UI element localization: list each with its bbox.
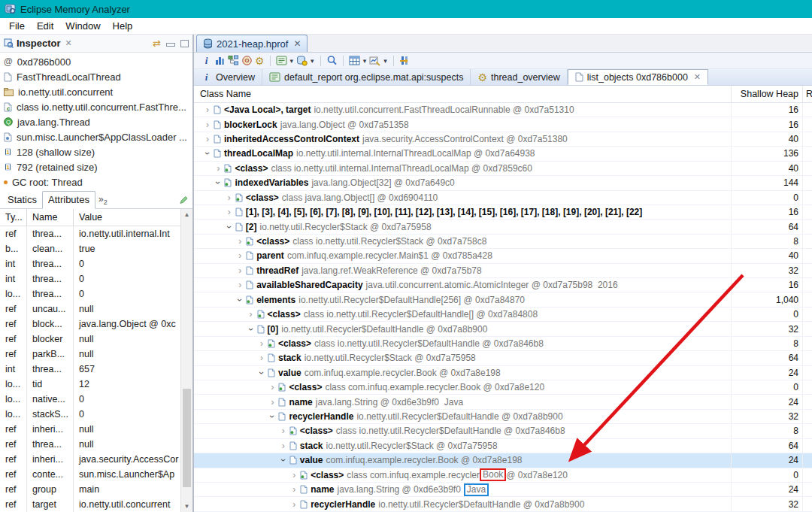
tree-row[interactable]: ›threadLocalMapio.netty.util.internal.In… — [194, 147, 812, 161]
expand-chevron-icon[interactable]: › — [256, 353, 267, 362]
collapse-chevron-icon[interactable]: › — [235, 295, 244, 305]
expand-chevron-icon[interactable]: › — [235, 251, 245, 260]
inspector-item[interactable]: 1792 (retained size) — [0, 159, 192, 174]
tree-row[interactable]: ›stackio.netty.util.Recycler$Stack @ 0xd… — [194, 351, 812, 365]
attribute-row[interactable]: refconte...sun.misc.Launcher$Ap — [0, 467, 180, 482]
expand-chevron-icon[interactable]: › — [224, 208, 235, 217]
tree-row[interactable]: ›<class>class io.netty.util.Recycler$Def… — [194, 337, 812, 351]
tree-row[interactable]: ›indexedVariablesjava.lang.Object[32] @ … — [194, 176, 812, 190]
histogram-icon[interactable] — [214, 55, 226, 66]
close-icon[interactable]: ✕ — [694, 72, 701, 82]
inspector-item[interactable]: FastThreadLocalThread — [0, 69, 192, 84]
tree-row[interactable]: ›threadRefjava.lang.ref.WeakReference @ … — [194, 264, 812, 278]
column-retained-heap[interactable]: R — [802, 86, 812, 102]
expand-chevron-icon[interactable]: › — [224, 193, 235, 202]
menu-help[interactable]: Help — [107, 20, 139, 32]
expand-chevron-icon[interactable]: › — [289, 471, 299, 480]
attribute-row[interactable]: refgroupmain — [0, 482, 180, 497]
group-icon[interactable] — [296, 55, 308, 66]
attribute-row[interactable]: lo...native...0 — [0, 392, 180, 407]
tree-row[interactable]: ›valuecom.infuq.example.recycler.Book @ … — [194, 453, 812, 468]
inspector-item[interactable]: sun.misc.Launcher$AppClassLoader ... — [0, 129, 192, 144]
expand-chevron-icon[interactable]: › — [213, 164, 223, 173]
tab-list_objects[interactable]: list_objects 0xd786b000✕ — [568, 69, 708, 85]
tab-overview[interactable]: iOverview — [194, 69, 262, 85]
column-type[interactable]: Ty... — [0, 209, 27, 226]
tab-default_report[interactable]: default_report org.eclipse.mat.api:suspe… — [262, 69, 471, 85]
collapse-chevron-icon[interactable]: › — [268, 411, 277, 422]
inspector-item[interactable]: @0xd786b000 — [0, 54, 192, 69]
export-icon[interactable] — [369, 55, 380, 66]
tree-row[interactable]: ›inheritedAccessControlContextjava.secur… — [194, 132, 812, 147]
dropdown-arrow-icon[interactable]: ▾ — [383, 57, 387, 65]
maximize-icon[interactable] — [180, 40, 189, 47]
attribute-row[interactable]: refinheri...null — [0, 422, 180, 437]
tree-row[interactable]: ›<class>class com.infuq.example.recycler… — [194, 380, 812, 395]
expand-chevron-icon[interactable]: › — [202, 105, 213, 114]
inspector-item[interactable]: GC root: Thread — [0, 174, 192, 189]
tree-row[interactable]: ›<class>class io.netty.util.internal.Int… — [194, 162, 812, 176]
dropdown-arrow-icon[interactable]: ▾ — [363, 57, 367, 65]
attribute-row[interactable]: intthrea...0 — [0, 256, 180, 271]
expand-chevron-icon[interactable]: › — [289, 500, 299, 509]
dominator-icon[interactable] — [228, 55, 239, 66]
attribute-row[interactable]: reftargetio.netty.util.concurrent — [0, 497, 180, 512]
attribute-row[interactable]: refinheri...java.security.AccessCor — [0, 452, 180, 467]
expand-chevron-icon[interactable]: › — [278, 441, 289, 450]
column-name[interactable]: Name — [27, 209, 74, 226]
tree-row[interactable]: ›availableSharedCapacityjava.util.concur… — [194, 278, 812, 292]
collapse-chevron-icon[interactable]: › — [214, 177, 223, 188]
attributes-scrollbar[interactable]: ▲ ▼ — [180, 209, 192, 512]
expand-chevron-icon[interactable]: › — [278, 426, 289, 435]
tab-attributes[interactable]: Attributes — [42, 191, 95, 209]
expand-chevron-icon[interactable]: › — [289, 485, 299, 494]
tree-row[interactable]: ›elementsio.netty.util.Recycler$DefaultH… — [194, 292, 812, 307]
tab-statics[interactable]: Statics — [2, 192, 42, 208]
column-class-name[interactable]: Class Name — [194, 86, 731, 102]
inspector-item[interactable]: 1128 (shallow size) — [0, 144, 192, 159]
expand-chevron-icon[interactable]: › — [235, 237, 245, 246]
list-icon[interactable] — [276, 55, 287, 66]
expand-chevron-icon[interactable]: › — [235, 266, 245, 275]
attribute-row[interactable]: refblock...java.lang.Object @ 0xc — [0, 317, 180, 332]
menu-file[interactable]: File — [3, 20, 31, 32]
gear-icon[interactable]: ⚙ — [255, 56, 265, 66]
collapse-chevron-icon[interactable]: › — [257, 368, 266, 378]
tree-row[interactable]: ›namejava.lang.String @ 0xd6e3b9f0 Java2… — [194, 395, 812, 409]
tree-row[interactable]: ›<class>class io.netty.util.Recycler$Def… — [194, 308, 812, 322]
attribute-row[interactable]: refparkB...null — [0, 347, 180, 362]
minimize-icon[interactable] — [166, 43, 175, 47]
column-shallow-heap[interactable]: Shallow Heap — [731, 86, 802, 102]
attribute-row[interactable]: refthrea...null — [0, 437, 180, 452]
sync-icon[interactable]: ⇄ — [153, 38, 161, 48]
tree-row[interactable]: ›valuecom.infuq.example.recycler.Book @ … — [194, 366, 812, 380]
attribute-row[interactable]: intthrea...0 — [0, 271, 180, 286]
expand-chevron-icon[interactable]: › — [267, 383, 277, 392]
pencil-icon[interactable] — [179, 195, 188, 204]
tab-thread_overview[interactable]: ⚙thread_overview — [471, 69, 567, 85]
dropdown-arrow-icon[interactable]: ▾ — [311, 57, 314, 65]
inspector-item[interactable]: io.netty.util.concurrent — [0, 84, 192, 99]
tree-row[interactable]: ›recyclerHandleio.netty.util.Recycler$De… — [194, 410, 812, 424]
inspector-item[interactable]: cclass io.netty.util.concurrent.FastThre… — [0, 99, 192, 114]
attribute-row[interactable]: refblockernull — [0, 332, 180, 347]
tree-row[interactable]: ›recyclerHandleio.netty.util.Recycler$De… — [194, 497, 812, 511]
menu-edit[interactable]: Edit — [31, 20, 59, 32]
tab-overflow-chevron[interactable]: »2 — [95, 192, 111, 208]
tree-row[interactable]: ›[2]io.netty.util.Recycler$Stack @ 0xd7a… — [194, 220, 812, 234]
oql-icon[interactable]: O — [241, 55, 253, 66]
tree-row[interactable]: ›<class>class io.netty.util.Recycler$Sta… — [194, 235, 812, 249]
table-icon[interactable] — [349, 55, 360, 66]
scroll-up-icon[interactable]: ▲ — [181, 211, 192, 218]
tree-row[interactable]: ›<class>class java.lang.Object[] @ 0xd69… — [194, 191, 812, 205]
attribute-row[interactable]: lo...tid12 — [0, 377, 180, 392]
expand-chevron-icon[interactable]: › — [267, 398, 277, 407]
attribute-row[interactable]: b...clean...true — [0, 241, 180, 256]
attribute-row[interactable]: intthrea...657 — [0, 362, 180, 377]
expand-chevron-icon[interactable]: › — [235, 280, 245, 289]
tree-row[interactable]: ›parentcom.infuq.example.recycler.Main$1… — [194, 249, 812, 263]
dropdown-arrow-icon[interactable]: ▾ — [290, 57, 294, 65]
collapse-chevron-icon[interactable]: › — [279, 455, 288, 465]
collapse-chevron-icon[interactable]: › — [247, 324, 256, 335]
info-icon[interactable]: i — [201, 55, 212, 66]
